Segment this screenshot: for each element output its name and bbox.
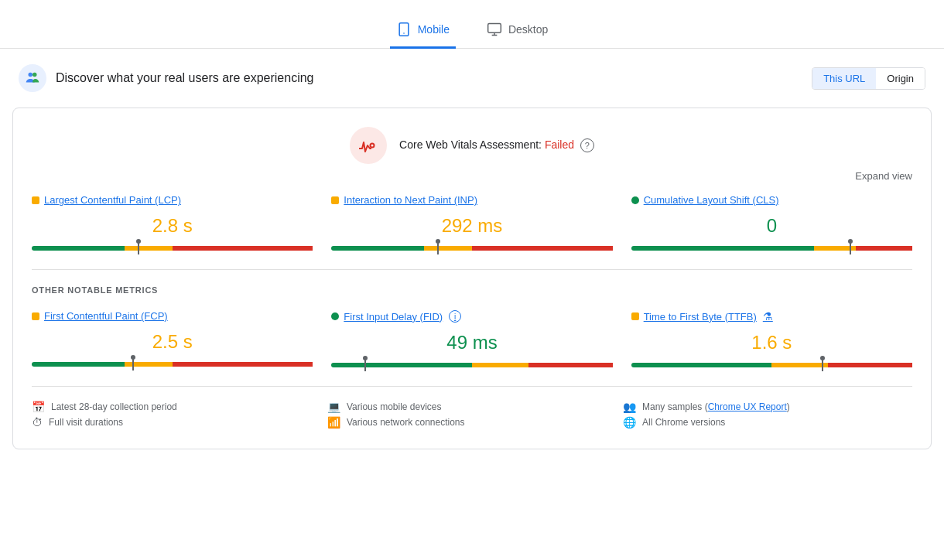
metric-dot-fcp <box>32 312 39 320</box>
gauge-marker-ttfb <box>822 359 823 371</box>
avatar <box>19 64 46 92</box>
gauge-segment <box>331 246 424 251</box>
metric-label-text-inp: Interaction to Next Paint (INP) <box>344 194 477 206</box>
metric-item-ttfb: Time to First Byte (TTFB) ⚗ 1.6 s <box>631 310 912 367</box>
expand-link[interactable]: Expand view <box>855 170 912 182</box>
metric-label-inp[interactable]: Interaction to Next Paint (INP) <box>331 194 612 206</box>
metric-label-ttfb[interactable]: Time to First Byte (TTFB) ⚗ <box>631 310 912 323</box>
gauge-segment <box>331 363 472 367</box>
gauge-segment <box>528 363 613 367</box>
assessment-header: Core Web Vitals Assessment: Failed ? <box>32 127 912 164</box>
footer-icon: 💻 <box>327 401 340 413</box>
assessment-text: Core Web Vitals Assessment: Failed ? <box>399 138 594 152</box>
users-icon <box>24 70 41 87</box>
metric-dot-fid <box>331 312 339 320</box>
footer-item: 🌐All Chrome versions <box>623 415 912 430</box>
svg-point-5 <box>29 73 33 77</box>
metric-value-cls: 0 <box>631 209 912 240</box>
metric-item-fcp: First Contentful Paint (FCP) 2.5 s <box>32 310 313 367</box>
footer-text: Various network connections <box>347 417 465 428</box>
expand-row: Expand view <box>32 170 912 182</box>
this-url-button[interactable]: This URL <box>812 68 876 89</box>
metric-item-lcp: Largest Contentful Paint (LCP) 2.8 s <box>32 194 313 251</box>
gauge-bar-lcp <box>32 246 313 251</box>
gauge-segment <box>472 246 613 251</box>
gauge-segment <box>828 363 912 367</box>
gauge-marker-lcp <box>138 242 139 254</box>
metric-label-text-fid: First Input Delay (FID) <box>344 311 443 323</box>
metric-dot-cls <box>631 196 639 204</box>
gauge-bar-fid <box>331 363 612 367</box>
info-icon[interactable]: i <box>449 310 461 323</box>
origin-button[interactable]: Origin <box>876 68 925 89</box>
svg-point-6 <box>32 73 37 77</box>
header-left: Discover what your real users are experi… <box>19 64 313 92</box>
page-header: Discover what your real users are experi… <box>0 49 944 108</box>
assessment-title: Core Web Vitals Assessment: <box>399 138 542 151</box>
metric-dot-inp <box>331 196 339 204</box>
tab-mobile[interactable]: Mobile <box>390 12 456 49</box>
metric-label-text-fcp: First Contentful Paint (FCP) <box>44 310 168 322</box>
gauge-segment <box>32 362 125 367</box>
mobile-icon <box>396 22 412 37</box>
metric-label-fid[interactable]: First Input Delay (FID) i <box>331 310 612 323</box>
other-metrics-grid: First Contentful Paint (FCP) 2.5 s First… <box>32 310 912 367</box>
gauge-segment <box>173 246 313 251</box>
metric-value-ttfb: 1.6 s <box>631 326 912 357</box>
assessment-status: Failed <box>545 138 574 151</box>
footer: 📅Latest 28-day collection period⏱Full vi… <box>32 386 912 430</box>
tab-mobile-label: Mobile <box>418 23 450 36</box>
metric-label-lcp[interactable]: Largest Contentful Paint (LCP) <box>32 194 313 206</box>
gauge-marker-fid <box>364 359 366 371</box>
metric-label-text-ttfb: Time to First Byte (TTFB) <box>644 311 757 323</box>
footer-icon: 📅 <box>32 401 45 413</box>
metric-label-text-lcp: Largest Contentful Paint (LCP) <box>44 194 181 206</box>
metric-label-cls[interactable]: Cumulative Layout Shift (CLS) <box>631 194 912 206</box>
metric-value-fcp: 2.5 s <box>32 325 313 356</box>
metric-dot-ttfb <box>631 312 639 320</box>
metric-value-inp: 292 ms <box>331 209 612 240</box>
gauge-bar-fcp <box>32 362 313 367</box>
gauge-segment <box>472 363 528 367</box>
footer-item: 👥Many samples (Chrome UX Report) <box>623 399 912 415</box>
metric-item-inp: Interaction to Next Paint (INP) 292 ms <box>331 194 612 251</box>
other-metrics-label: OTHER NOTABLE METRICS <box>32 285 912 295</box>
footer-col-2: 👥Many samples (Chrome UX Report)🌐All Chr… <box>623 399 912 430</box>
footer-icon: ⏱ <box>32 416 43 429</box>
tab-desktop[interactable]: Desktop <box>481 12 554 49</box>
main-card: Core Web Vitals Assessment: Failed ? Exp… <box>12 108 932 449</box>
url-toggle: This URL Origin <box>812 67 925 90</box>
assessment-help-icon[interactable]: ? <box>580 138 594 152</box>
gauge-bar-ttfb <box>631 363 912 367</box>
gauge-segment <box>125 246 173 251</box>
metric-label-fcp[interactable]: First Contentful Paint (FCP) <box>32 310 313 322</box>
metric-value-fid: 49 ms <box>331 326 612 357</box>
flask-icon: ⚗ <box>763 310 773 323</box>
footer-item: 📅Latest 28-day collection period <box>32 399 321 415</box>
vitals-chart-icon <box>357 138 379 153</box>
footer-item: 💻Various mobile devices <box>327 399 617 415</box>
gauge-segment <box>631 363 772 367</box>
svg-rect-0 <box>399 23 409 36</box>
footer-link[interactable]: Chrome UX Report <box>708 401 787 412</box>
gauge-bar-cls <box>631 246 912 251</box>
desktop-icon <box>487 22 502 37</box>
gauge-marker-fcp <box>132 358 134 370</box>
gauge-segment <box>424 246 472 251</box>
gauge-marker-cls <box>850 242 851 254</box>
footer-text: Latest 28-day collection period <box>51 401 177 412</box>
tab-desktop-label: Desktop <box>508 23 548 36</box>
gauge-segment <box>856 246 912 251</box>
gauge-segment <box>173 362 313 367</box>
footer-col-1: 💻Various mobile devices📶Various network … <box>327 399 617 430</box>
metric-label-text-cls: Cumulative Layout Shift (CLS) <box>644 194 779 206</box>
assessment-icon <box>350 127 387 164</box>
footer-text: Many samples (Chrome UX Report) <box>642 401 790 412</box>
footer-icon: 📶 <box>327 416 340 429</box>
footer-text: Full visit durations <box>49 417 123 428</box>
svg-rect-2 <box>488 24 501 33</box>
metric-item-fid: First Input Delay (FID) i 49 ms <box>331 310 612 367</box>
tab-bar: Mobile Desktop <box>0 0 944 49</box>
metric-item-cls: Cumulative Layout Shift (CLS) 0 <box>631 194 912 251</box>
footer-col-0: 📅Latest 28-day collection period⏱Full vi… <box>32 399 321 430</box>
